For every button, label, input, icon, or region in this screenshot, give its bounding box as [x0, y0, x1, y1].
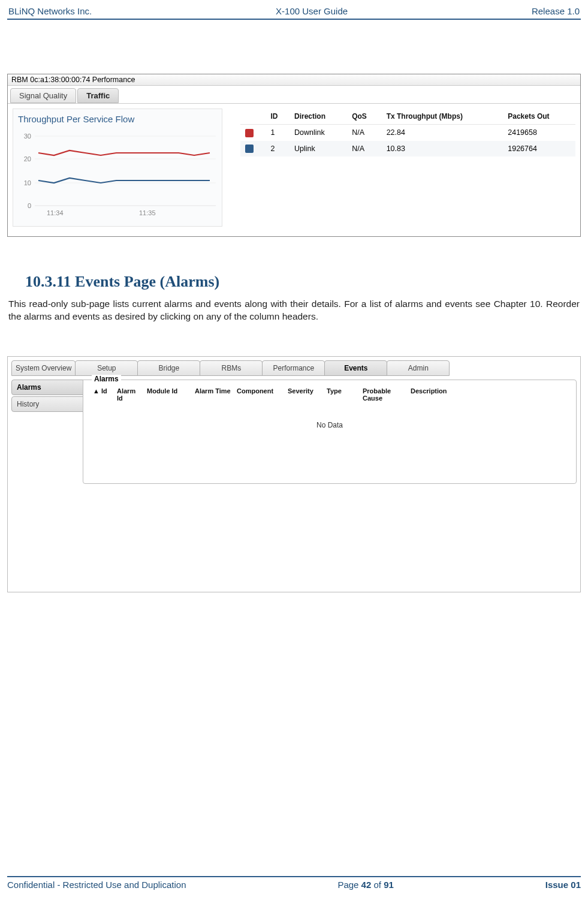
ytick-20: 20: [24, 155, 31, 162]
events-page: System Overview Setup Bridge RBMs Perfor…: [7, 356, 581, 592]
alarms-panel: Alarms ▲ Id Alarm Id Module Id Alarm Tim…: [83, 380, 577, 484]
col-id[interactable]: ▲ Id: [91, 386, 114, 403]
side-tab-alarms[interactable]: Alarms: [11, 380, 83, 395]
table-row: 2 Uplink N/A 10.83 1926764: [240, 141, 575, 157]
alarms-columns: ▲ Id Alarm Id Module Id Alarm Time Compo…: [91, 386, 569, 403]
ytick-30: 30: [24, 133, 31, 140]
footer-page-mid: of: [371, 880, 384, 890]
header-rule: [7, 19, 581, 20]
footer-page-num: 42: [361, 880, 372, 890]
section-heading: 10.3.11 Events Page (Alarms): [25, 273, 581, 291]
section-body: This read-only sub-page lists current al…: [8, 298, 580, 323]
col-alarm-id[interactable]: Alarm Id: [114, 386, 144, 403]
throughput-table: ID Direction QoS Tx Throughput (Mbps) Pa…: [222, 109, 575, 227]
footer-page-total: 91: [384, 880, 394, 890]
xtick-1: 11:35: [139, 209, 156, 216]
performance-body: Throughput Per Service Flow 30 20 10 0 1…: [8, 103, 580, 236]
col-component[interactable]: Component: [234, 386, 285, 403]
side-tabs: Alarms History: [11, 380, 83, 484]
tab-system-overview[interactable]: System Overview: [11, 360, 76, 376]
col-description[interactable]: Description: [408, 386, 569, 403]
col-type[interactable]: Type: [324, 386, 360, 403]
side-tab-history[interactable]: History: [11, 396, 83, 412]
header-left: BLiNQ Networks Inc.: [8, 6, 92, 16]
xtick-0: 11:34: [47, 209, 64, 216]
footer-center: Page 42 of 91: [337, 880, 393, 890]
swatch-icon: [245, 129, 254, 137]
ytick-10: 10: [24, 179, 31, 186]
tab-performance[interactable]: Performance: [262, 360, 325, 376]
tab-events[interactable]: Events: [324, 360, 387, 376]
col-swatch[interactable]: [240, 109, 266, 125]
header-right: Release 1.0: [532, 6, 580, 16]
tab-bridge[interactable]: Bridge: [137, 360, 200, 376]
cell-direction: Downlink: [290, 125, 347, 141]
table-row: 1 Downlink N/A 22.84 2419658: [240, 125, 575, 141]
col-tx[interactable]: Tx Throughput (Mbps): [382, 109, 503, 125]
col-module-id[interactable]: Module Id: [144, 386, 192, 403]
col-qos[interactable]: QoS: [347, 109, 382, 125]
footer-left: Confidential - Restricted Use and Duplic…: [7, 880, 186, 890]
swatch-icon: [245, 145, 254, 153]
throughput-chart: Throughput Per Service Flow 30 20 10 0 1…: [13, 109, 222, 227]
ytick-0: 0: [28, 202, 31, 209]
page-footer: Confidential - Restricted Use and Duplic…: [7, 876, 581, 890]
cell-qos: N/A: [347, 141, 382, 157]
series-downlink: [38, 150, 210, 155]
header-center: X-100 User Guide: [276, 6, 348, 16]
table-header-row: ID Direction QoS Tx Throughput (Mbps) Pa…: [240, 109, 575, 125]
chart-title: Throughput Per Service Flow: [18, 114, 221, 124]
top-tabs: System Overview Setup Bridge RBMs Perfor…: [11, 360, 577, 376]
series-uplink: [38, 178, 210, 183]
tab-traffic[interactable]: Traffic: [77, 88, 119, 103]
cell-id: 2: [266, 141, 290, 157]
cell-packets: 1926764: [503, 141, 575, 157]
cell-direction: Uplink: [290, 141, 347, 157]
cell-tx: 22.84: [382, 125, 503, 141]
tab-setup[interactable]: Setup: [75, 360, 138, 376]
col-packets[interactable]: Packets Out: [503, 109, 575, 125]
cell-tx: 10.83: [382, 141, 503, 157]
tab-signal-quality[interactable]: Signal Quality: [10, 88, 76, 103]
footer-rule: [7, 876, 581, 877]
page-header: BLiNQ Networks Inc. X-100 User Guide Rel…: [7, 6, 581, 19]
tab-admin[interactable]: Admin: [387, 360, 450, 376]
col-alarm-time[interactable]: Alarm Time: [192, 386, 234, 403]
footer-page-prefix: Page: [337, 880, 361, 890]
cell-packets: 2419658: [503, 125, 575, 141]
col-id[interactable]: ID: [266, 109, 290, 125]
col-probable-cause[interactable]: Probable Cause: [360, 386, 408, 403]
fieldset-label: Alarms: [92, 375, 121, 383]
performance-tabs: Signal Quality Traffic: [8, 86, 580, 103]
tab-rbms[interactable]: RBMs: [200, 360, 263, 376]
cell-qos: N/A: [347, 125, 382, 141]
cell-id: 1: [266, 125, 290, 141]
col-direction[interactable]: Direction: [290, 109, 347, 125]
footer-right: Issue 01: [545, 880, 581, 890]
chart-svg: 30 20 10 0 11:34 11:35: [14, 127, 218, 222]
no-data-label: No Data: [91, 403, 569, 429]
window-title: RBM 0c:a1:38:00:00:74 Performance: [8, 74, 580, 86]
performance-window: RBM 0c:a1:38:00:00:74 Performance Signal…: [7, 74, 581, 237]
col-severity[interactable]: Severity: [285, 386, 324, 403]
footer-issue: Issue 01: [545, 880, 581, 890]
